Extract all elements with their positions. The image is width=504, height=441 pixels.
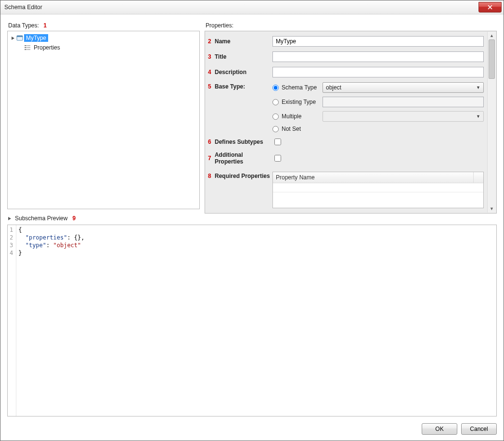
annotation-7: 7: [208, 155, 213, 162]
annotation-5: 5: [208, 83, 213, 90]
close-icon: [488, 5, 492, 10]
cancel-button[interactable]: Cancel: [461, 423, 497, 435]
tree-item-label: MyType: [24, 34, 48, 42]
svg-rect-5: [27, 47, 30, 48]
title-bar: Schema Editor: [0, 0, 504, 14]
chevron-down-icon: ▼: [476, 85, 480, 90]
svg-rect-1: [17, 36, 23, 37]
additional-properties-checkbox[interactable]: [274, 155, 281, 162]
row-base-type: 5Base Type: Schema Type object▼ Existing…: [208, 82, 484, 132]
properties-scrollbar[interactable]: ▲ ▼: [487, 32, 496, 213]
name-input[interactable]: [272, 36, 484, 47]
radio-multiple-row: Multiple ▼: [272, 111, 484, 122]
schema-editor-dialog: Schema Editor Data Types: 1: [0, 0, 504, 441]
row-name: 2Name: [208, 36, 484, 47]
defines-subtypes-checkbox[interactable]: [274, 139, 281, 145]
subschema-preview-code[interactable]: 1234 { "properties": {}, "type": "object…: [7, 225, 497, 416]
code-gutter: 1234: [8, 225, 16, 416]
window-title: Schema Editor: [4, 4, 42, 11]
scroll-thumb[interactable]: [489, 39, 495, 79]
subschema-preview-header[interactable]: Subschema Preview 9: [7, 215, 497, 222]
type-icon: [16, 35, 23, 41]
annotation-2: 2: [208, 38, 213, 45]
close-button[interactable]: [478, 2, 502, 13]
annotation-9: 9: [72, 215, 76, 222]
radio-not-set-row: Not Set: [272, 126, 484, 132]
row-additional-properties: 7Additional Properties: [208, 151, 484, 165]
title-input[interactable]: [272, 51, 484, 62]
properties-panel: 2Name 3Title 4Description 5Base Type:: [205, 31, 497, 214]
multiple-combo: ▼: [323, 111, 484, 122]
dialog-body: Data Types: 1 MyType: [0, 14, 504, 419]
radio-schema-type[interactable]: Schema Type: [272, 84, 319, 91]
data-types-heading: Data Types: 1: [8, 22, 200, 29]
expander-icon[interactable]: [11, 36, 15, 40]
radio-schema-type-row: Schema Type object▼: [272, 82, 484, 93]
radio-multiple[interactable]: Multiple: [272, 113, 319, 120]
radio-existing-type[interactable]: Existing Type: [272, 99, 319, 105]
annotation-6: 6: [208, 139, 213, 145]
schema-type-combo[interactable]: object▼: [323, 82, 484, 93]
annotation-4: 4: [208, 69, 213, 76]
radio-not-set[interactable]: Not Set: [272, 126, 319, 132]
existing-type-input: [323, 97, 484, 107]
svg-rect-4: [25, 47, 26, 48]
svg-rect-6: [25, 49, 26, 50]
dialog-footer: OK Cancel: [0, 419, 504, 441]
description-input[interactable]: [272, 67, 484, 77]
grid-empty-row[interactable]: [273, 183, 483, 192]
code-body: { "properties": {}, "type": "object"}: [16, 225, 86, 416]
scroll-down-icon[interactable]: ▼: [488, 205, 496, 213]
required-properties-grid[interactable]: Property Name: [272, 172, 484, 208]
properties-heading: Properties:: [206, 22, 497, 29]
expander-icon[interactable]: [7, 216, 12, 221]
row-description: 4Description: [208, 67, 484, 77]
svg-rect-7: [27, 49, 30, 50]
annotation-1: 1: [43, 22, 47, 29]
ok-button[interactable]: OK: [422, 423, 457, 435]
properties-column: Properties: 2Name 3Title 4Description: [205, 19, 497, 209]
scroll-up-icon[interactable]: ▲: [488, 32, 496, 39]
annotation-3: 3: [208, 53, 213, 60]
row-title: 3Title: [208, 51, 484, 62]
tree-item-mytype[interactable]: MyType: [9, 33, 198, 43]
row-required-properties: 8Required Properties Property Name: [208, 172, 484, 208]
properties-icon: [24, 44, 31, 51]
annotation-8: 8: [208, 173, 213, 179]
data-types-tree[interactable]: MyType Properties: [7, 31, 200, 209]
top-split: Data Types: 1 MyType: [7, 19, 497, 209]
svg-rect-3: [27, 45, 30, 46]
grid-column-header[interactable]: Property Name: [273, 172, 483, 183]
tree-item-label: Properties: [32, 44, 62, 51]
row-defines-subtypes: 6Defines Subtypes: [208, 137, 484, 147]
svg-rect-2: [25, 45, 26, 46]
data-types-column: Data Types: 1 MyType: [7, 19, 200, 209]
radio-existing-type-row: Existing Type: [272, 97, 484, 107]
chevron-down-icon: ▼: [476, 114, 480, 119]
tree-item-properties[interactable]: Properties: [9, 43, 198, 52]
